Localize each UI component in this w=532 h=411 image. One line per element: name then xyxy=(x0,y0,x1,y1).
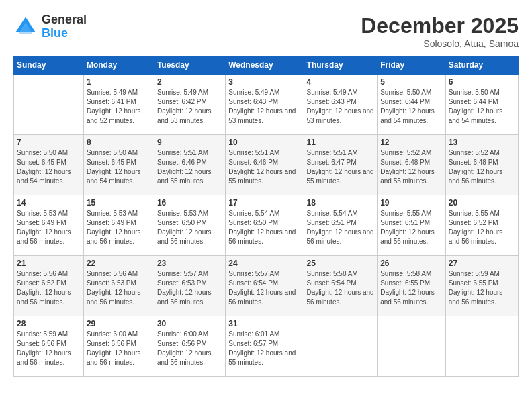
day-info: Sunrise: 5:58 AMSunset: 6:55 PMDaylight:… xyxy=(380,269,443,307)
calendar-cell: 11Sunrise: 5:51 AMSunset: 6:47 PMDayligh… xyxy=(304,135,378,195)
day-number: 10 xyxy=(228,138,300,147)
calendar-week-5: 28Sunrise: 5:59 AMSunset: 6:56 PMDayligh… xyxy=(14,316,519,377)
day-number: 16 xyxy=(157,198,222,208)
calendar-cell: 23Sunrise: 5:57 AMSunset: 6:53 PMDayligh… xyxy=(154,256,225,316)
calendar-week-1: 1Sunrise: 5:49 AMSunset: 6:41 PMDaylight… xyxy=(14,75,519,135)
day-number: 24 xyxy=(228,259,300,268)
calendar-cell: 10Sunrise: 5:51 AMSunset: 6:46 PMDayligh… xyxy=(226,135,304,195)
day-info: Sunrise: 5:53 AMSunset: 6:50 PMDaylight:… xyxy=(157,209,222,246)
day-number: 4 xyxy=(307,77,375,87)
day-number: 9 xyxy=(157,138,222,147)
calendar-cell: 9Sunrise: 5:51 AMSunset: 6:46 PMDaylight… xyxy=(154,135,225,195)
day-info: Sunrise: 5:58 AMSunset: 6:54 PMDaylight:… xyxy=(307,269,375,307)
weekday-header-tuesday: Tuesday xyxy=(154,56,225,75)
weekday-header-row: SundayMondayTuesdayWednesdayThursdayFrid… xyxy=(14,56,519,75)
day-number: 17 xyxy=(228,198,300,208)
day-number: 21 xyxy=(17,259,81,268)
day-number: 20 xyxy=(449,198,515,208)
day-number: 26 xyxy=(380,259,443,268)
day-number: 3 xyxy=(228,77,300,87)
day-info: Sunrise: 5:55 AMSunset: 6:52 PMDaylight:… xyxy=(449,209,515,246)
calendar-cell: 6Sunrise: 5:50 AMSunset: 6:44 PMDaylight… xyxy=(445,75,518,135)
day-number: 22 xyxy=(87,259,151,268)
logo: General Blue xyxy=(13,13,87,40)
day-number: 30 xyxy=(157,319,222,328)
day-info: Sunrise: 5:59 AMSunset: 6:55 PMDaylight:… xyxy=(449,269,515,307)
calendar-cell: 27Sunrise: 5:59 AMSunset: 6:55 PMDayligh… xyxy=(445,256,518,316)
day-number: 13 xyxy=(449,138,515,147)
calendar-cell: 2Sunrise: 5:49 AMSunset: 6:42 PMDaylight… xyxy=(154,75,225,135)
day-info: Sunrise: 5:49 AMSunset: 6:43 PMDaylight:… xyxy=(228,88,300,126)
calendar-cell: 14Sunrise: 5:53 AMSunset: 6:49 PMDayligh… xyxy=(14,195,84,256)
day-number: 18 xyxy=(307,198,375,208)
weekday-header-sunday: Sunday xyxy=(14,56,84,75)
calendar-cell: 19Sunrise: 5:55 AMSunset: 6:51 PMDayligh… xyxy=(378,195,446,256)
day-info: Sunrise: 5:55 AMSunset: 6:51 PMDaylight:… xyxy=(380,209,443,246)
calendar-week-4: 21Sunrise: 5:56 AMSunset: 6:52 PMDayligh… xyxy=(14,256,519,316)
calendar-cell: 18Sunrise: 5:54 AMSunset: 6:51 PMDayligh… xyxy=(304,195,378,256)
logo-icon xyxy=(13,15,38,39)
weekday-header-wednesday: Wednesday xyxy=(226,56,304,75)
day-info: Sunrise: 5:50 AMSunset: 6:44 PMDaylight:… xyxy=(449,88,515,126)
calendar-week-2: 7Sunrise: 5:50 AMSunset: 6:45 PMDaylight… xyxy=(14,135,519,195)
calendar-cell: 31Sunrise: 6:01 AMSunset: 6:57 PMDayligh… xyxy=(226,316,304,377)
calendar-cell xyxy=(445,316,518,377)
day-number: 28 xyxy=(17,319,81,328)
calendar-week-3: 14Sunrise: 5:53 AMSunset: 6:49 PMDayligh… xyxy=(14,195,519,256)
day-number: 29 xyxy=(87,319,151,328)
calendar-cell: 7Sunrise: 5:50 AMSunset: 6:45 PMDaylight… xyxy=(14,135,84,195)
calendar-cell: 8Sunrise: 5:50 AMSunset: 6:45 PMDaylight… xyxy=(83,135,154,195)
calendar-cell: 29Sunrise: 6:00 AMSunset: 6:56 PMDayligh… xyxy=(83,316,154,377)
day-number: 8 xyxy=(87,138,151,147)
calendar-cell xyxy=(14,75,84,135)
title-block: December 2025 Solosolo, Atua, Samoa xyxy=(361,13,519,49)
day-number: 12 xyxy=(380,138,443,147)
calendar-cell: 12Sunrise: 5:52 AMSunset: 6:48 PMDayligh… xyxy=(378,135,446,195)
page-header: General Blue December 2025 Solosolo, Atu… xyxy=(13,13,519,49)
calendar-cell: 24Sunrise: 5:57 AMSunset: 6:54 PMDayligh… xyxy=(226,256,304,316)
calendar-cell: 26Sunrise: 5:58 AMSunset: 6:55 PMDayligh… xyxy=(378,256,446,316)
day-number: 25 xyxy=(307,259,375,268)
logo-text: General Blue xyxy=(42,13,87,40)
day-info: Sunrise: 5:50 AMSunset: 6:45 PMDaylight:… xyxy=(87,148,151,186)
calendar-title: December 2025 xyxy=(361,13,519,38)
day-number: 2 xyxy=(157,77,222,87)
day-info: Sunrise: 5:52 AMSunset: 6:48 PMDaylight:… xyxy=(449,148,515,186)
day-info: Sunrise: 5:54 AMSunset: 6:51 PMDaylight:… xyxy=(307,209,375,246)
day-number: 7 xyxy=(17,138,81,147)
calendar-cell: 15Sunrise: 5:53 AMSunset: 6:49 PMDayligh… xyxy=(83,195,154,256)
day-info: Sunrise: 5:50 AMSunset: 6:44 PMDaylight:… xyxy=(380,88,443,126)
day-number: 1 xyxy=(87,77,151,87)
day-info: Sunrise: 6:01 AMSunset: 6:57 PMDaylight:… xyxy=(228,330,300,367)
calendar-cell: 1Sunrise: 5:49 AMSunset: 6:41 PMDaylight… xyxy=(83,75,154,135)
day-info: Sunrise: 5:49 AMSunset: 6:41 PMDaylight:… xyxy=(87,88,151,126)
day-info: Sunrise: 5:59 AMSunset: 6:56 PMDaylight:… xyxy=(17,330,81,367)
day-info: Sunrise: 6:00 AMSunset: 6:56 PMDaylight:… xyxy=(157,330,222,367)
calendar-cell: 4Sunrise: 5:49 AMSunset: 6:43 PMDaylight… xyxy=(304,75,378,135)
day-number: 23 xyxy=(157,259,222,268)
day-number: 31 xyxy=(228,319,300,328)
day-info: Sunrise: 5:51 AMSunset: 6:46 PMDaylight:… xyxy=(228,148,300,186)
calendar-subtitle: Solosolo, Atua, Samoa xyxy=(361,38,519,49)
calendar-cell: 21Sunrise: 5:56 AMSunset: 6:52 PMDayligh… xyxy=(14,256,84,316)
calendar-cell xyxy=(304,316,378,377)
calendar-cell: 17Sunrise: 5:54 AMSunset: 6:50 PMDayligh… xyxy=(226,195,304,256)
weekday-header-monday: Monday xyxy=(83,56,154,75)
calendar-cell: 13Sunrise: 5:52 AMSunset: 6:48 PMDayligh… xyxy=(445,135,518,195)
weekday-header-thursday: Thursday xyxy=(304,56,378,75)
day-info: Sunrise: 5:51 AMSunset: 6:46 PMDaylight:… xyxy=(157,148,222,186)
day-number: 11 xyxy=(307,138,375,147)
day-info: Sunrise: 5:53 AMSunset: 6:49 PMDaylight:… xyxy=(87,209,151,246)
calendar-cell xyxy=(378,316,446,377)
calendar-cell: 20Sunrise: 5:55 AMSunset: 6:52 PMDayligh… xyxy=(445,195,518,256)
calendar-table: SundayMondayTuesdayWednesdayThursdayFrid… xyxy=(13,56,519,377)
day-info: Sunrise: 5:51 AMSunset: 6:47 PMDaylight:… xyxy=(307,148,375,186)
calendar-cell: 25Sunrise: 5:58 AMSunset: 6:54 PMDayligh… xyxy=(304,256,378,316)
day-info: Sunrise: 5:56 AMSunset: 6:53 PMDaylight:… xyxy=(87,269,151,307)
day-info: Sunrise: 5:50 AMSunset: 6:45 PMDaylight:… xyxy=(17,148,81,186)
day-info: Sunrise: 5:49 AMSunset: 6:42 PMDaylight:… xyxy=(157,88,222,126)
calendar-cell: 16Sunrise: 5:53 AMSunset: 6:50 PMDayligh… xyxy=(154,195,225,256)
day-info: Sunrise: 5:52 AMSunset: 6:48 PMDaylight:… xyxy=(380,148,443,186)
day-number: 19 xyxy=(380,198,443,208)
day-info: Sunrise: 6:00 AMSunset: 6:56 PMDaylight:… xyxy=(87,330,151,367)
